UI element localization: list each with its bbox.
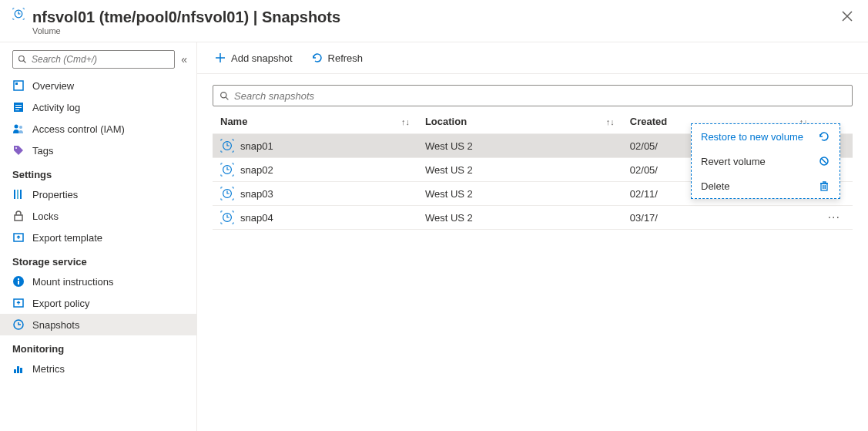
nav-label: Tags [32,145,53,157]
refresh-button[interactable]: Refresh [310,49,365,67]
snapshot-search[interactable] [213,85,853,106]
nav-item-tags[interactable]: Tags [0,140,196,161]
snapshot-name: snap03 [240,188,273,200]
overview-icon [12,79,25,92]
snapshot-location: West US 2 [417,158,622,182]
svg-rect-8 [15,109,19,110]
svg-rect-12 [14,190,15,199]
nav-item-locks[interactable]: Locks [0,205,196,227]
lock-icon [12,210,25,222]
restore-icon [818,130,830,143]
nav-settings: Properties Locks Export template [0,184,196,248]
svg-rect-3 [14,81,23,90]
tags-icon [12,144,25,157]
svg-rect-4 [15,82,18,85]
snapshot-icon [220,163,234,177]
context-restore[interactable]: Restore to new volume [692,124,840,149]
snapshot-icon [220,210,234,224]
sidebar-search[interactable] [12,50,175,69]
search-icon [18,55,27,64]
sidebar: « Overview Activity log Access control (… [0,42,197,431]
sort-icon: ↑↓ [401,117,410,126]
search-icon [220,91,230,101]
svg-rect-6 [15,105,22,106]
revert-icon [818,155,830,167]
nav-label: Export template [32,232,102,244]
context-revert[interactable]: Revert volume [692,149,840,173]
snapshot-search-input[interactable] [234,90,846,102]
context-delete[interactable]: Delete [692,173,840,198]
nav-label: Mount instructions [32,276,114,288]
svg-rect-18 [18,281,19,285]
snapshot-icon [12,318,25,331]
svg-rect-13 [17,190,18,199]
snapshot-location: West US 2 [417,206,622,230]
svg-point-9 [15,125,18,129]
add-snapshot-button[interactable]: Add snapshot [213,49,294,67]
refresh-icon [311,52,323,64]
svg-rect-19 [18,278,19,280]
svg-rect-15 [15,215,22,221]
nav-item-mount[interactable]: Mount instructions [0,271,196,292]
row-menu-button[interactable]: ··· [823,210,845,224]
section-monitoring: Monitoring [0,335,196,358]
refresh-label: Refresh [328,52,364,64]
section-settings: Settings [0,161,196,184]
column-name[interactable]: Name↑↓ [213,109,417,134]
nav-label: Snapshots [32,319,79,331]
svg-point-2 [19,56,25,62]
properties-icon [12,188,25,200]
plus-icon [214,52,226,64]
svg-point-11 [15,147,17,149]
activity-log-icon [12,101,25,113]
svg-rect-22 [14,369,16,373]
nav-label: Properties [32,189,78,200]
nav-item-export-policy[interactable]: Export policy [0,292,196,314]
svg-rect-24 [20,368,22,373]
nav-storage: Mount instructions Export policy Snapsho… [0,271,196,335]
nav-label: Locks [32,210,59,222]
nav-item-overview[interactable]: Overview [0,75,196,96]
nav-monitoring: Metrics [0,358,196,379]
nav-label: Access control (IAM) [32,123,125,135]
nav-item-access-control[interactable]: Access control (IAM) [0,118,196,140]
nav-top: Overview Activity log Access control (IA… [0,75,196,161]
sidebar-search-input[interactable] [32,54,169,65]
snapshot-icon [220,187,234,200]
table-row[interactable]: snap04West US 203/17/··· [213,206,853,230]
main-content: Add snapshot Refresh Name↑↓ Locatio [197,42,868,431]
info-icon [12,275,25,288]
add-snapshot-label: Add snapshot [231,52,293,64]
snapshot-location: West US 2 [417,134,622,158]
context-menu: Restore to new volume Revert volume Dele… [691,123,840,199]
toolbar: Add snapshot Refresh [197,42,868,74]
collapse-sidebar-button[interactable]: « [181,53,187,66]
nav-label: Export policy [32,298,89,309]
access-control-icon [12,123,25,135]
svg-point-25 [221,92,226,97]
snapshot-name: snap01 [240,140,273,152]
svg-point-10 [19,126,22,129]
snapshot-icon [220,139,234,153]
column-location[interactable]: Location↑↓ [417,109,622,134]
svg-rect-7 [15,107,22,108]
nav-item-metrics[interactable]: Metrics [0,358,196,379]
nav-label: Overview [32,80,74,92]
nav-item-export-template[interactable]: Export template [0,227,196,248]
nav-item-activity-log[interactable]: Activity log [0,96,196,118]
section-storage: Storage service [0,248,196,271]
close-button[interactable] [839,8,856,25]
nav-item-snapshots[interactable]: Snapshots [0,314,196,335]
nav-item-properties[interactable]: Properties [0,184,196,205]
export-template-icon [12,231,25,244]
metrics-icon [12,362,25,375]
volume-snapshot-icon [12,8,25,20]
page-subtitle: Volume [32,26,340,35]
snapshot-name: snap02 [240,164,273,176]
sort-icon: ↑↓ [606,117,615,126]
svg-rect-14 [20,190,22,199]
snapshot-created: 03/17/ [622,206,816,230]
delete-icon [818,180,830,192]
page-title: nfsvol01 (tme/pool0/nfsvol01) | Snapshot… [32,8,340,26]
snapshot-name: snap04 [240,212,273,224]
